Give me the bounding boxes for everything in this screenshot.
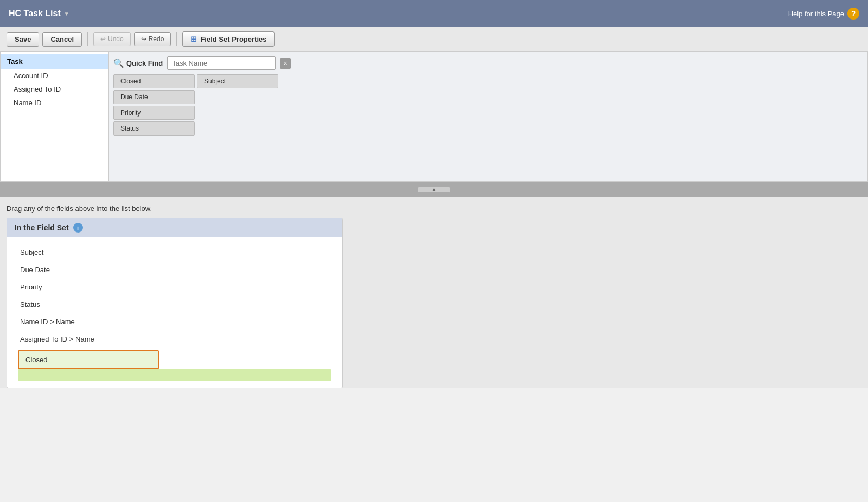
field-set-list: Subject Due Date Priority Status Name ID…	[18, 244, 331, 348]
scroll-thumb[interactable]: ▲	[418, 186, 450, 193]
quick-find-label: 🔍 Quick Find	[113, 58, 163, 68]
app-header: HC Task List ▼ Help for this Page ?	[0, 0, 868, 27]
quick-find-input[interactable]	[167, 56, 276, 70]
info-icon[interactable]: i	[73, 223, 83, 233]
field-set-item-due-date[interactable]: Due Date	[18, 261, 331, 279]
sidebar-account-label: Account ID	[14, 72, 48, 80]
sidebar-item-task[interactable]: Task	[1, 54, 108, 69]
right-panel: 🔍 Quick Find × Closed Due Date	[109, 52, 867, 181]
field-due-date[interactable]: Due Date	[113, 90, 195, 104]
field-priority[interactable]: Priority	[113, 106, 195, 120]
undo-button[interactable]: ↩ Undo	[93, 32, 131, 46]
drag-instruction: Drag any of the fields above into the li…	[0, 197, 868, 218]
sidebar-item-assigned-to-id[interactable]: Assigned To ID	[1, 82, 108, 96]
field-set-title: In the Field Set	[15, 223, 69, 232]
left-sidebar: Task Account ID Assigned To ID Name ID	[1, 52, 109, 181]
field-set-icon: ⊞	[190, 35, 197, 43]
field-set-container: In the Field Set i Subject Due Date Prio…	[7, 218, 343, 388]
sidebar-item-name-id[interactable]: Name ID	[1, 96, 108, 110]
clear-search-button[interactable]: ×	[280, 58, 291, 69]
title-dropdown-arrow[interactable]: ▼	[64, 11, 69, 17]
redo-label: Redo	[149, 35, 164, 43]
undo-arrow-icon: ↩	[100, 35, 106, 43]
field-status[interactable]: Status	[113, 121, 195, 136]
title-text: HC Task List	[9, 9, 61, 18]
help-text: Help for this Page	[788, 10, 844, 18]
field-set-dragged-closed[interactable]: Closed	[18, 350, 159, 369]
field-set-body: Subject Due Date Priority Status Name ID…	[7, 237, 342, 388]
field-set-label: Field Set Properties	[200, 35, 266, 43]
field-column-2: Subject	[197, 74, 278, 136]
redo-button[interactable]: ↪ Redo	[134, 32, 171, 46]
main-content: Task Account ID Assigned To ID Name ID 🔍…	[0, 52, 868, 388]
toolbar: Save Cancel ↩ Undo ↪ Redo ⊞ Field Set Pr…	[0, 27, 868, 52]
cancel-button[interactable]: Cancel	[42, 32, 82, 47]
quick-find-row: 🔍 Quick Find ×	[113, 56, 863, 70]
clear-icon: ×	[284, 60, 288, 67]
scroll-area[interactable]: ▲	[0, 182, 868, 197]
field-set-item-assigned-name[interactable]: Assigned To ID > Name	[18, 331, 331, 348]
undo-label: Undo	[108, 35, 124, 43]
help-icon: ?	[847, 8, 859, 20]
toolbar-separator-1	[87, 32, 88, 46]
field-grid: Closed Due Date Priority Status Subject	[113, 74, 863, 136]
field-set-item-status[interactable]: Status	[18, 296, 331, 313]
sidebar-item-account-id[interactable]: Account ID	[1, 69, 108, 82]
sidebar-task-label: Task	[7, 57, 23, 66]
field-subject[interactable]: Subject	[197, 74, 278, 88]
toolbar-separator-2	[176, 32, 177, 46]
field-set-properties-button[interactable]: ⊞ Field Set Properties	[182, 31, 275, 47]
app-title: HC Task List ▼	[9, 9, 69, 18]
field-column-1: Closed Due Date Priority Status	[113, 74, 195, 136]
sidebar-assigned-label: Assigned To ID	[14, 85, 61, 93]
field-set-item-name-id-name[interactable]: Name ID > Name	[18, 313, 331, 331]
panel-container: Task Account ID Assigned To ID Name ID 🔍…	[0, 52, 868, 182]
drop-placeholder	[18, 369, 331, 381]
help-link[interactable]: Help for this Page ?	[788, 8, 859, 20]
redo-arrow-icon: ↪	[141, 35, 146, 43]
field-set-header: In the Field Set i	[7, 218, 342, 237]
save-button[interactable]: Save	[7, 32, 39, 47]
field-closed[interactable]: Closed	[113, 74, 195, 88]
sidebar-name-label: Name ID	[14, 99, 41, 107]
search-icon: 🔍	[113, 58, 124, 68]
field-set-item-subject[interactable]: Subject	[18, 244, 331, 261]
field-set-item-priority[interactable]: Priority	[18, 279, 331, 296]
